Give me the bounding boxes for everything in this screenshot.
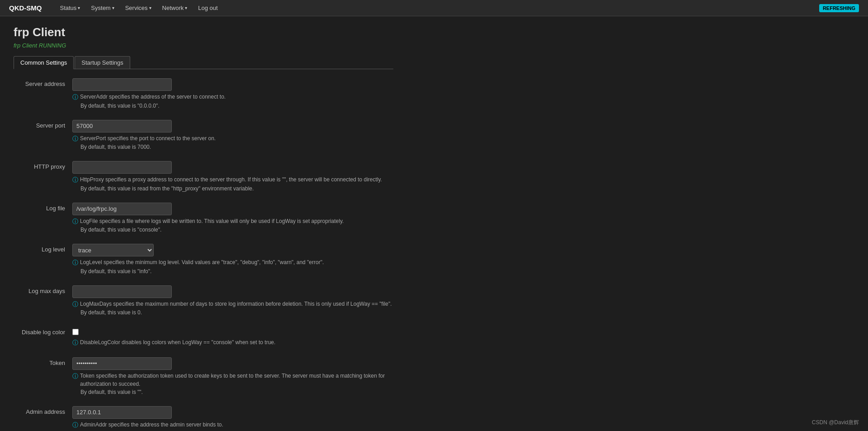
row-server-address: Server address ⓘ ServerAddr specifies th… (14, 78, 393, 110)
field-admin-address: ⓘ AdminAddr specifies the address the ad… (72, 406, 393, 430)
help-main-server-address: ServerAddr specifies the address of the … (80, 93, 226, 101)
help-main-token: Token specifies the authorization token … (80, 372, 393, 388)
input-server-address[interactable] (72, 78, 172, 91)
input-server-port[interactable] (72, 120, 172, 133)
label-log-file: Log file (14, 203, 72, 212)
field-token: ⓘ Token specifies the authorization toke… (72, 357, 393, 396)
navbar: QKD-SMQ Status ▾ System ▾ Services ▾ Net… (0, 0, 868, 16)
field-server-port: ⓘ ServerPort specifies the port to conne… (72, 120, 393, 152)
watermark: CSDN @David唐辉 (812, 419, 859, 426)
main-content: frp Client frp Client RUNNING Common Set… (0, 16, 407, 431)
help-sub-log-level: By default, this value is "info". (72, 267, 393, 275)
field-http-proxy: ⓘ HttpProxy specifies a proxy address to… (72, 161, 393, 193)
row-log-file: Log file ⓘ LogFile specifies a file wher… (14, 203, 393, 234)
nav-menu: Status ▾ System ▾ Services ▾ Network ▾ L… (56, 2, 819, 14)
input-log-max-days[interactable] (72, 285, 172, 298)
input-log-file[interactable] (72, 203, 172, 215)
help-sub-server-port: By default, this value is 7000. (72, 143, 393, 151)
nav-system[interactable]: System ▾ (86, 2, 118, 14)
label-log-level: Log level (14, 244, 72, 253)
input-admin-address[interactable] (72, 406, 172, 419)
label-token: Token (14, 357, 72, 366)
form-section: Server address ⓘ ServerAddr specifies th… (14, 78, 393, 429)
help-sub-log-file: By default, this value is "console". (72, 226, 393, 234)
help-main-http-proxy: HttpProxy specifies a proxy address to c… (80, 175, 382, 184)
help-main-disable-log-color: DisableLogColor disables log colors when… (80, 338, 275, 346)
row-server-port: Server port ⓘ ServerPort specifies the p… (14, 120, 393, 152)
help-icon-disable-log-color: ⓘ (72, 338, 78, 347)
label-http-proxy: HTTP proxy (14, 161, 72, 170)
label-disable-log-color: Disable log color (14, 327, 72, 336)
tab-common-settings[interactable]: Common Settings (14, 56, 74, 69)
select-log-level[interactable]: trace debug info warn error (72, 244, 154, 256)
field-server-address: ⓘ ServerAddr specifies the address of th… (72, 78, 393, 110)
help-main-log-level: LogLevel specifies the minimum log level… (80, 258, 324, 266)
services-caret: ▾ (149, 5, 151, 10)
page-title: frp Client (14, 25, 393, 39)
help-main-log-max-days: LogMaxDays specifies the maximum number … (80, 300, 392, 308)
help-main-admin-address: AdminAddr specifies the address the admi… (80, 421, 223, 429)
brand-logo: QKD-SMQ (9, 4, 42, 12)
row-disable-log-color: Disable log color ⓘ DisableLogColor disa… (14, 327, 393, 347)
input-token[interactable] (72, 357, 172, 370)
status-running: frp Client RUNNING (14, 42, 393, 49)
help-sub-server-address: By default, this value is "0.0.0.0". (72, 102, 393, 110)
help-sub-token: By default, this value is "". (72, 388, 393, 396)
row-log-level: Log level trace debug info warn error ⓘ … (14, 244, 393, 275)
label-log-max-days: Log max days (14, 285, 72, 294)
nav-logout[interactable]: Log out (193, 2, 222, 14)
field-log-max-days: ⓘ LogMaxDays specifies the maximum numbe… (72, 285, 393, 317)
help-icon-http-proxy: ⓘ (72, 175, 78, 185)
help-icon-log-level: ⓘ (72, 258, 78, 267)
network-caret: ▾ (185, 5, 187, 10)
help-sub-http-proxy: By default, this value is read from the … (72, 185, 393, 193)
nav-services[interactable]: Services ▾ (121, 2, 156, 14)
help-icon-token: ⓘ (72, 372, 78, 381)
tabs-container: Common Settings Startup Settings (14, 56, 393, 69)
status-caret: ▾ (78, 5, 80, 10)
nav-network[interactable]: Network ▾ (158, 2, 192, 14)
refreshing-badge: REFRESHING (819, 4, 859, 12)
help-icon-server-port: ⓘ (72, 134, 78, 143)
label-server-address: Server address (14, 78, 72, 87)
help-icon-admin-address: ⓘ (72, 421, 78, 430)
field-log-file: ⓘ LogFile specifies a file where logs wi… (72, 203, 393, 234)
row-admin-address: Admin address ⓘ AdminAddr specifies the … (14, 406, 393, 430)
checkbox-disable-log-color[interactable] (72, 329, 79, 335)
row-token: Token ⓘ Token specifies the authorizatio… (14, 357, 393, 396)
help-icon-log-max-days: ⓘ (72, 300, 78, 309)
help-main-server-port: ServerPort specifies the port to connect… (80, 134, 216, 142)
field-disable-log-color: ⓘ DisableLogColor disables log colors wh… (72, 327, 393, 347)
row-log-max-days: Log max days ⓘ LogMaxDays specifies the … (14, 285, 393, 317)
help-sub-log-max-days: By default, this value is 0. (72, 308, 393, 317)
nav-status[interactable]: Status ▾ (56, 2, 85, 14)
help-main-log-file: LogFile specifies a file where logs will… (80, 217, 344, 225)
field-log-level: trace debug info warn error ⓘ LogLevel s… (72, 244, 393, 275)
system-caret: ▾ (112, 5, 114, 10)
input-http-proxy[interactable] (72, 161, 172, 174)
row-http-proxy: HTTP proxy ⓘ HttpProxy specifies a proxy… (14, 161, 393, 193)
label-admin-address: Admin address (14, 406, 72, 415)
help-icon-log-file: ⓘ (72, 217, 78, 226)
label-server-port: Server port (14, 120, 72, 129)
tab-startup-settings[interactable]: Startup Settings (75, 56, 130, 69)
help-icon-server-address: ⓘ (72, 93, 78, 102)
